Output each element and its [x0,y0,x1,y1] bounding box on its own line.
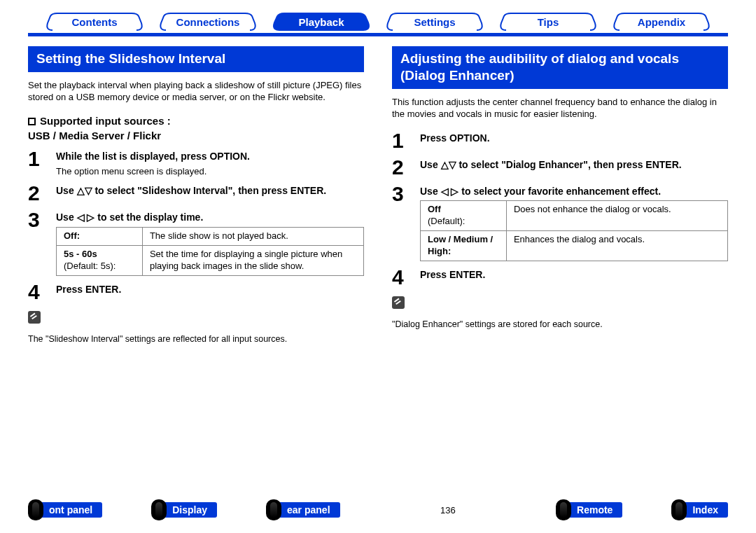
nav-remote[interactable]: Remote [556,499,622,520]
step-number: 4 [392,267,409,288]
note-right [392,296,728,309]
nav-rear-panel[interactable]: ear panel [266,499,340,520]
table-row: Off(Default): Does not enhance the dialo… [421,201,728,231]
tab-tips[interactable]: Tips [496,13,601,31]
table-row: Off: The slide show is not played back. [57,228,364,246]
step-title: Press ENTER. [420,268,728,282]
manual-page: Contents Connections Playback Settings T… [0,0,756,345]
note-text-left: The "Slideshow Interval" settings are re… [28,333,364,346]
step-number: 4 [28,282,45,303]
section-title-left: Setting the Slideshow Interval [28,46,364,72]
tab-label: Settings [414,16,455,28]
intro-left: Set the playback interval when playing b… [28,79,364,104]
content-columns: Setting the Slideshow Interval Set the p… [28,46,728,345]
step-number: 1 [392,130,409,151]
step-2: 2 Use △▽ to select "Slideshow Interval",… [28,183,364,204]
note-text-right: "Dialog Enhancer" settings are stored fo… [392,319,728,331]
options-table-left: Off: The slide show is not played back. … [56,227,364,276]
remote-icon [556,499,571,520]
step-number: 3 [392,184,409,261]
remote-icon [266,499,281,520]
step-number: 1 [28,148,45,177]
step-title: Use ◁ ▷ to set the display time. [56,211,364,224]
step-1: 1 Press OPTION. [392,130,728,151]
step-title: Press OPTION. [420,132,728,145]
remote-icon [671,499,687,520]
step-title: Use ◁ ▷ to select your favorite enhancem… [420,185,728,198]
remote-icon [151,499,167,520]
tab-label: Contents [72,16,118,28]
supported-sources-heading: Supported input sources : USB / Media Se… [28,113,364,143]
step-title: Press ENTER. [56,283,364,296]
step-number: 2 [28,183,45,204]
section-title-right: Adjusting the audibility of dialog and v… [392,46,728,89]
step-3: 3 Use ◁ ▷ to select your favorite enhanc… [392,184,728,261]
tab-settings[interactable]: Settings [382,13,487,31]
nav-underline [28,33,728,36]
step-title: While the list is displayed, press OPTIO… [56,150,364,163]
nav-index[interactable]: Index [671,499,728,520]
top-nav-tabs: Contents Connections Playback Settings T… [28,13,728,31]
tab-connections[interactable]: Connections [155,13,260,31]
step-4: 4 Press ENTER. [392,267,728,288]
step-title: Use △▽ to select "Slideshow Interval", t… [56,184,364,198]
remote-icon [28,499,43,520]
step-number: 2 [392,157,409,178]
square-bullet-icon [28,118,36,125]
step-2: 2 Use △▽ to select "Dialog Enhancer", th… [392,157,728,178]
pencil-note-icon [392,296,405,309]
step-title: Use △▽ to select "Dialog Enhancer", then… [420,158,728,172]
tab-appendix[interactable]: Appendix [609,13,714,31]
step-4: 4 Press ENTER. [28,282,364,303]
table-row: Low / Medium / High: Enhances the dialog… [421,231,728,261]
steps-right: 1 Press OPTION. 2 Use △▽ to select "Dial… [392,130,728,288]
options-table-right: Off(Default): Does not enhance the dialo… [420,200,728,261]
note-left [28,311,364,324]
step-number: 3 [28,209,45,276]
pencil-note-icon [28,311,41,324]
table-row: 5s - 60s(Default: 5s): Set the time for … [57,246,364,276]
right-column: Adjusting the audibility of dialog and v… [392,46,728,345]
tab-playback[interactable]: Playback [269,13,374,31]
step-3: 3 Use ◁ ▷ to set the display time. Off: … [28,209,364,276]
steps-left: 1 While the list is displayed, press OPT… [28,148,364,303]
tab-label: Playback [298,16,344,28]
nav-display[interactable]: Display [151,499,217,520]
tab-contents[interactable]: Contents [42,13,147,31]
step-body-text: The option menu screen is displayed. [56,165,364,178]
tab-label: Appendix [638,16,685,28]
step-1: 1 While the list is displayed, press OPT… [28,148,364,177]
left-column: Setting the Slideshow Interval Set the p… [28,46,364,345]
tab-label: Tips [538,16,559,28]
page-number: 136 [440,505,456,515]
tab-label: Connections [176,16,240,28]
intro-right: This function adjusts the center channel… [392,96,728,120]
bottom-nav: ont panel Display ear panel 136 Remote I… [28,499,728,520]
nav-front-panel[interactable]: ont panel [28,499,102,520]
